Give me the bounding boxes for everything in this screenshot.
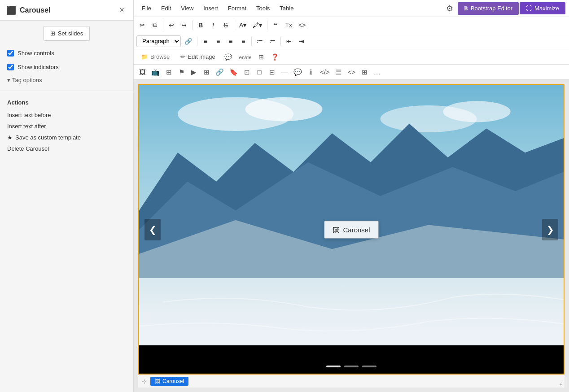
code-button[interactable]: <> (296, 19, 308, 31)
divider1 (163, 21, 163, 30)
action-insert-after-label: Insert text after (7, 123, 46, 130)
edit-image-button[interactable]: ✏ Edit image (176, 52, 219, 62)
insert-widget-button[interactable]: ⊞ (359, 66, 370, 78)
editor-area: File Edit View Insert Format Tools Table… (134, 0, 569, 392)
prev-arrow-icon: ❮ (149, 224, 157, 235)
menu-file[interactable]: File (137, 2, 156, 14)
ordered-list-button[interactable]: ≔ (267, 35, 278, 47)
insert-embed-button[interactable]: <> (346, 66, 358, 78)
bootstrap-editor-button[interactable]: 𝐁 Bootstrap Editor (458, 2, 519, 15)
svg-point-2 (245, 97, 323, 122)
insert-hr-button[interactable]: — (279, 66, 290, 78)
star-icon: ★ (7, 134, 13, 141)
align-right-button[interactable]: ≡ (225, 35, 236, 47)
carousel-dot-3[interactable] (362, 366, 376, 367)
insert-code-block-button[interactable]: </> (318, 66, 332, 78)
table-insert-button[interactable]: ⊞ (256, 52, 267, 62)
browse-button[interactable]: 📁 Browse (136, 52, 174, 62)
maximize-label: Maximize (534, 5, 559, 12)
paragraph-select[interactable]: Paragraph (136, 35, 181, 47)
comment-button[interactable]: 💬 (222, 52, 235, 62)
insert-ellipsis-button[interactable]: … (371, 66, 383, 78)
carousel-next-button[interactable]: ❯ (542, 219, 558, 240)
strikethrough-button[interactable]: S (220, 19, 232, 31)
action-save-template[interactable]: ★ Save as custom template (7, 132, 126, 143)
close-button[interactable]: × (117, 4, 127, 16)
menu-format[interactable]: Format (223, 2, 251, 14)
insert-more-button[interactable]: ⊡ (241, 66, 253, 78)
redo-button[interactable]: ↪ (178, 19, 190, 31)
insert-box-button[interactable]: □ (254, 66, 265, 78)
tag-options-row[interactable]: ▾ Tag options (0, 74, 133, 86)
carousel-dot-2[interactable] (344, 366, 359, 367)
insert-speech-button[interactable]: 💬 (291, 66, 304, 78)
toolbar-row4: 🖼 📺 ⊞ ⚑ ▶ ⊞ 🔗 🔖 ⊡ □ ⊟ — 💬 ℹ </> ☰ <> ⊞ … (134, 65, 569, 80)
insert-flag-button[interactable]: ⚑ (175, 66, 187, 78)
menu-edit[interactable]: Edit (157, 2, 175, 14)
menu-tools[interactable]: Tools (252, 2, 274, 14)
help-button[interactable]: ❓ (268, 52, 281, 62)
panel-title-text: Carousel (20, 6, 50, 14)
divider3 (234, 21, 234, 30)
carousel-dot-1[interactable] (326, 366, 341, 367)
blockquote-button[interactable]: ❝ (270, 19, 281, 31)
align-center-button[interactable]: ≡ (212, 35, 224, 47)
align-left-button[interactable]: ≡ (200, 35, 211, 47)
ai-icon: en/de (239, 55, 252, 60)
copy-button[interactable]: ⧉ (149, 19, 161, 31)
settings-button[interactable]: ⚙ (442, 2, 457, 15)
action-insert-after[interactable]: Insert text after (7, 121, 126, 132)
link-button[interactable]: 🔗 (182, 35, 195, 47)
action-insert-before[interactable]: Insert text before (7, 109, 126, 121)
menu-insert[interactable]: Insert (199, 2, 223, 14)
insert-columns-button[interactable]: ⊟ (266, 66, 278, 78)
insert-gallery-button[interactable]: ⊞ (163, 66, 175, 78)
insert-bookmark-button[interactable]: 🔖 (227, 66, 240, 78)
carousel-center-label[interactable]: 🖼 Carousel (324, 221, 378, 238)
outdent-button[interactable]: ⇤ (283, 35, 295, 47)
bottom-bar: ⊹ 🖼 Carousel ⊿ (138, 375, 565, 388)
indent-button[interactable]: ⇥ (296, 35, 307, 47)
highlight-button[interactable]: 🖍▾ (250, 19, 265, 31)
show-controls-checkbox[interactable] (7, 50, 14, 57)
carousel-breadcrumb[interactable]: 🖼 Carousel (150, 377, 188, 386)
bold-button[interactable]: B (195, 19, 206, 31)
actions-title: Actions (7, 99, 126, 106)
maximize-button[interactable]: ⛶ Maximize (520, 2, 565, 14)
show-indicators-row: Show indicators (0, 60, 133, 74)
set-slides-button[interactable]: ⊞ Set slides (44, 26, 90, 41)
carousel-icon: ⬛ (6, 5, 16, 15)
cut-button[interactable]: ✂ (136, 19, 148, 31)
undo-button[interactable]: ↩ (166, 19, 177, 31)
browse-label: Browse (150, 53, 170, 60)
resize-corner-icon: ⊿ (559, 381, 563, 386)
action-delete[interactable]: Delete Carousel (7, 143, 126, 154)
insert-tooltip-button[interactable]: ℹ (305, 66, 317, 78)
divider6 (251, 37, 252, 46)
show-indicators-label: Show indicators (18, 64, 59, 70)
chevron-down-icon: ▾ (7, 77, 10, 83)
insert-link-button[interactable]: 🔗 (213, 66, 226, 78)
align-justify-button[interactable]: ≡ (237, 35, 249, 47)
insert-table-button[interactable]: ⊞ (201, 66, 212, 78)
show-controls-row: Show controls (0, 46, 133, 60)
ai-button[interactable]: en/de (236, 52, 254, 62)
action-delete-label: Delete Carousel (7, 145, 49, 152)
menu-view[interactable]: View (176, 2, 198, 14)
menu-table[interactable]: Table (275, 2, 298, 14)
bullet-list-button[interactable]: ≔ (254, 35, 266, 47)
left-panel: ⬛ Carousel × ⊞ Set slides Show controls … (0, 0, 134, 392)
next-arrow-icon: ❯ (547, 224, 554, 235)
insert-accordion-button[interactable]: ☰ (333, 66, 345, 78)
carousel-wrapper: 🖼 Carousel ❮ ❯ (138, 84, 565, 375)
menu-bar: File Edit View Insert Format Tools Table… (134, 0, 569, 17)
insert-video-button[interactable]: ▶ (188, 66, 200, 78)
insert-image-button[interactable]: 🖼 (136, 66, 148, 78)
insert-media-button[interactable]: 📺 (149, 66, 162, 78)
italic-button[interactable]: I (207, 19, 219, 31)
divider (0, 91, 133, 91)
show-indicators-checkbox[interactable] (7, 64, 14, 70)
clear-formatting-button[interactable]: Tx (282, 19, 295, 31)
carousel-prev-button[interactable]: ❮ (144, 219, 161, 240)
font-color-button[interactable]: A▾ (236, 19, 249, 31)
